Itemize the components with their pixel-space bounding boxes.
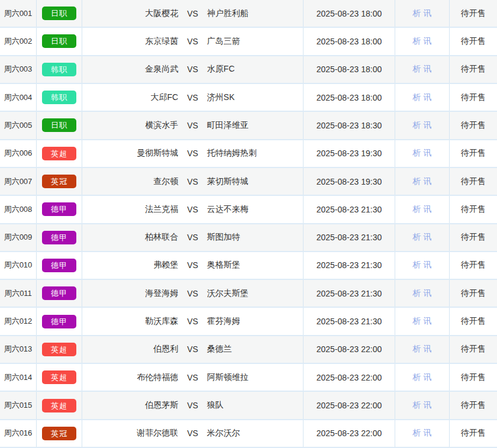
analysis-link[interactable]: 析 讯 (413, 36, 432, 47)
home-team: 金泉尚武 (82, 64, 178, 75)
league-badge: 英冠 (42, 175, 76, 188)
match-id: 周六012 (0, 308, 37, 334)
home-team: 布伦特福德 (82, 372, 178, 383)
match-datetime: 2025-08-23 21:30 (304, 224, 395, 251)
league-badge: 德甲 (42, 202, 76, 216)
away-team: 神户胜利船 (207, 8, 303, 19)
vs-label: VS (187, 93, 198, 102)
teams-cell: 查尔顿 VS 莱切斯特城 (82, 168, 304, 195)
away-team: 云达不来梅 (207, 204, 303, 215)
match-id: 周六006 (0, 140, 37, 167)
league-cell: 日职 (37, 0, 82, 27)
analysis-link[interactable]: 析 讯 (413, 428, 432, 439)
league-cell: 日职 (37, 112, 82, 138)
match-id: 周六015 (0, 392, 37, 418)
teams-cell: 东京绿茵 VS 广岛三箭 (82, 28, 304, 54)
match-datetime: 2025-08-23 18:30 (304, 112, 395, 138)
league-badge: 日职 (42, 118, 76, 132)
league-cell: 英超 (37, 392, 82, 418)
match-datetime: 2025-08-23 22:00 (304, 336, 395, 363)
match-row: 周六001 日职 大阪樱花 VS 神户胜利船 2025-08-23 18:00 … (0, 0, 497, 28)
vs-label: VS (187, 233, 198, 242)
status-text: 待开售 (450, 196, 497, 223)
analysis-link[interactable]: 析 讯 (413, 232, 432, 243)
match-datetime: 2025-08-23 18:00 (304, 28, 395, 54)
home-team: 弗赖堡 (82, 260, 178, 270)
league-cell: 德甲 (37, 308, 82, 334)
match-id: 周六016 (0, 420, 37, 447)
analysis-link[interactable]: 析 讯 (413, 176, 432, 187)
home-team: 查尔顿 (82, 176, 178, 187)
analysis-link[interactable]: 析 讯 (413, 288, 432, 299)
teams-cell: 大邱FC VS 济州SK (82, 84, 304, 111)
league-cell: 韩职 (37, 56, 82, 83)
teams-cell: 伯恩利 VS 桑德兰 (82, 336, 304, 363)
analysis-cell: 析 讯 (395, 28, 450, 54)
match-id: 周六005 (0, 112, 37, 138)
league-badge: 英超 (42, 370, 76, 384)
away-team: 奥格斯堡 (207, 260, 303, 270)
away-team: 托特纳姆热刺 (207, 148, 303, 159)
status-text: 待开售 (450, 336, 497, 363)
league-cell: 德甲 (37, 280, 82, 307)
match-row: 周六015 英超 伯恩茅斯 VS 狼队 2025-08-23 22:00 析 讯… (0, 392, 497, 420)
match-datetime: 2025-08-23 22:00 (304, 364, 395, 391)
analysis-cell: 析 讯 (395, 0, 450, 27)
status-text: 待开售 (450, 56, 497, 83)
away-team: 沃尔夫斯堡 (207, 288, 303, 299)
status-text: 待开售 (450, 280, 497, 307)
league-badge: 日职 (42, 34, 76, 48)
match-id: 周六003 (0, 56, 37, 83)
match-id: 周六002 (0, 28, 37, 54)
league-cell: 英超 (37, 364, 82, 391)
analysis-link[interactable]: 析 讯 (413, 148, 432, 159)
league-cell: 英超 (37, 140, 82, 167)
vs-label: VS (187, 121, 198, 130)
match-datetime: 2025-08-23 22:00 (304, 392, 395, 418)
analysis-link[interactable]: 析 讯 (413, 204, 432, 215)
home-team: 柏林联合 (82, 232, 178, 243)
teams-cell: 勒沃库森 VS 霍芬海姆 (82, 308, 304, 334)
status-text: 待开售 (450, 420, 497, 447)
league-badge: 德甲 (42, 231, 76, 244)
analysis-link[interactable]: 析 讯 (413, 344, 432, 354)
match-id: 周六001 (0, 0, 37, 27)
match-row: 周六016 英冠 谢菲尔德联 VS 米尔沃尔 2025-08-23 22:00 … (0, 420, 497, 448)
status-text: 待开售 (450, 112, 497, 138)
teams-cell: 谢菲尔德联 VS 米尔沃尔 (82, 420, 304, 447)
analysis-link[interactable]: 析 讯 (413, 316, 432, 327)
analysis-cell: 析 讯 (395, 392, 450, 418)
home-team: 谢菲尔德联 (82, 428, 178, 439)
analysis-link[interactable]: 析 讯 (413, 260, 432, 270)
away-team: 米尔沃尔 (207, 428, 303, 439)
league-badge: 德甲 (42, 315, 76, 328)
match-row: 周六006 英超 曼彻斯特城 VS 托特纳姆热刺 2025-08-23 19:3… (0, 140, 497, 168)
status-text: 待开售 (450, 308, 497, 334)
league-cell: 德甲 (37, 224, 82, 251)
match-datetime: 2025-08-23 21:30 (304, 252, 395, 279)
match-row: 周六008 德甲 法兰克福 VS 云达不来梅 2025-08-23 21:30 … (0, 196, 497, 224)
match-datetime: 2025-08-23 18:00 (304, 56, 395, 83)
analysis-link[interactable]: 析 讯 (413, 120, 432, 131)
away-team: 阿斯顿维拉 (207, 372, 303, 383)
home-team: 大邱FC (82, 92, 178, 103)
league-badge: 日职 (42, 7, 76, 20)
vs-label: VS (187, 149, 198, 158)
status-text: 待开售 (450, 0, 497, 27)
analysis-cell: 析 讯 (395, 336, 450, 363)
away-team: 霍芬海姆 (207, 316, 303, 327)
home-team: 伯恩茅斯 (82, 400, 178, 411)
teams-cell: 布伦特福德 VS 阿斯顿维拉 (82, 364, 304, 391)
analysis-cell: 析 讯 (395, 196, 450, 223)
analysis-link[interactable]: 析 讯 (413, 400, 432, 411)
match-row: 周六004 韩职 大邱FC VS 济州SK 2025-08-23 18:00 析… (0, 84, 497, 112)
match-row: 周六002 日职 东京绿茵 VS 广岛三箭 2025-08-23 18:00 析… (0, 28, 497, 56)
teams-cell: 弗赖堡 VS 奥格斯堡 (82, 252, 304, 279)
analysis-link[interactable]: 析 讯 (413, 372, 432, 383)
match-datetime: 2025-08-23 19:30 (304, 140, 395, 167)
analysis-link[interactable]: 析 讯 (413, 8, 432, 19)
analysis-link[interactable]: 析 讯 (413, 92, 432, 103)
home-team: 勒沃库森 (82, 316, 178, 327)
home-team: 法兰克福 (82, 204, 178, 215)
analysis-link[interactable]: 析 讯 (413, 64, 432, 75)
